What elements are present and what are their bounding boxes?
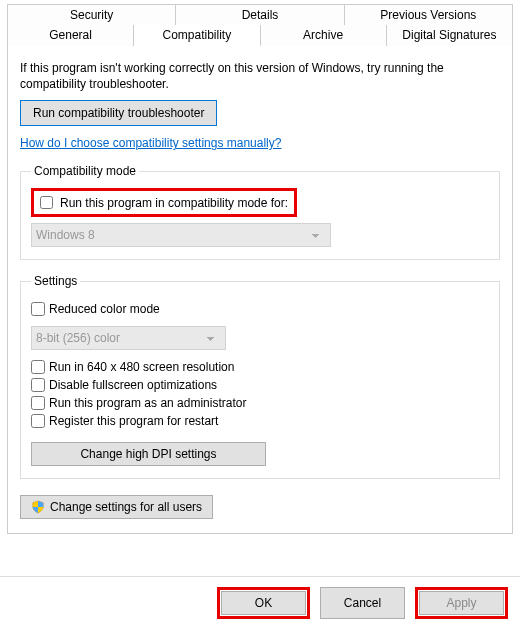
compat-mode-checkbox[interactable] bbox=[40, 196, 53, 209]
change-all-users-label: Change settings for all users bbox=[50, 500, 202, 514]
settings-legend: Settings bbox=[31, 274, 80, 288]
tab-security[interactable]: Security bbox=[7, 4, 176, 25]
ok-button[interactable]: OK bbox=[221, 591, 306, 615]
tab-general[interactable]: General bbox=[7, 25, 134, 46]
compatibility-panel: If this program isn't working correctly … bbox=[7, 46, 513, 534]
settings-group: Settings Reduced color mode 8-bit (256) … bbox=[20, 274, 500, 479]
apply-button[interactable]: Apply bbox=[419, 591, 504, 615]
color-mode-select[interactable]: 8-bit (256) color bbox=[31, 326, 226, 350]
change-dpi-button[interactable]: Change high DPI settings bbox=[31, 442, 266, 466]
compat-mode-checkbox-label: Run this program in compatibility mode f… bbox=[60, 196, 288, 210]
change-all-users-button[interactable]: Change settings for all users bbox=[20, 495, 213, 519]
dialog-buttons: OK Cancel Apply bbox=[0, 576, 520, 631]
compat-mode-select[interactable]: Windows 8 bbox=[31, 223, 331, 247]
highlight-apply: Apply bbox=[415, 587, 508, 619]
run-troubleshooter-button[interactable]: Run compatibility troubleshooter bbox=[20, 100, 217, 126]
reduced-color-label: Reduced color mode bbox=[49, 302, 160, 316]
highlight-compat-checkbox: Run this program in compatibility mode f… bbox=[31, 188, 297, 217]
compatibility-mode-legend: Compatibility mode bbox=[31, 164, 139, 178]
run-640x480-checkbox[interactable] bbox=[31, 360, 45, 374]
register-restart-label: Register this program for restart bbox=[49, 414, 218, 428]
disable-fullscreen-checkbox[interactable] bbox=[31, 378, 45, 392]
register-restart-checkbox[interactable] bbox=[31, 414, 45, 428]
compatibility-mode-group: Compatibility mode Run this program in c… bbox=[20, 164, 500, 260]
run-as-admin-label: Run this program as an administrator bbox=[49, 396, 246, 410]
run-640x480-label: Run in 640 x 480 screen resolution bbox=[49, 360, 234, 374]
intro-text: If this program isn't working correctly … bbox=[20, 60, 500, 92]
cancel-button[interactable]: Cancel bbox=[320, 587, 405, 619]
tab-previous-versions[interactable]: Previous Versions bbox=[345, 4, 513, 25]
tab-digital-signatures[interactable]: Digital Signatures bbox=[387, 25, 513, 46]
tab-archive[interactable]: Archive bbox=[261, 25, 387, 46]
tab-compatibility[interactable]: Compatibility bbox=[134, 25, 260, 46]
shield-icon bbox=[31, 500, 45, 514]
tab-details[interactable]: Details bbox=[176, 4, 344, 25]
highlight-ok: OK bbox=[217, 587, 310, 619]
manual-settings-link[interactable]: How do I choose compatibility settings m… bbox=[20, 136, 281, 150]
reduced-color-checkbox[interactable] bbox=[31, 302, 45, 316]
run-as-admin-checkbox[interactable] bbox=[31, 396, 45, 410]
disable-fullscreen-label: Disable fullscreen optimizations bbox=[49, 378, 217, 392]
